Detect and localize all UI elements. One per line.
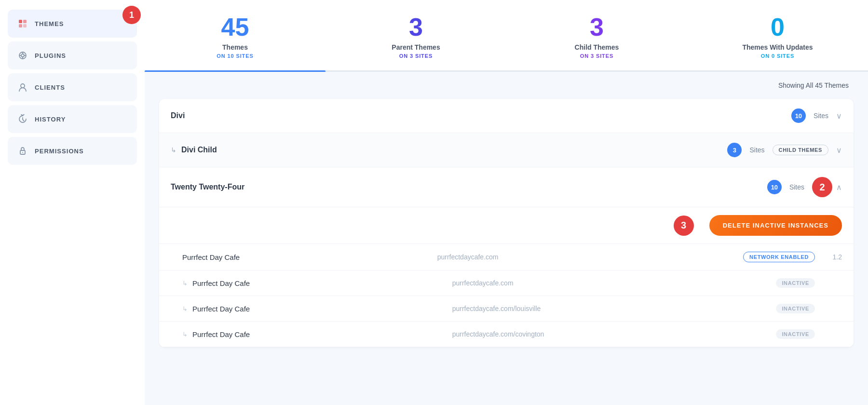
step-badge-2: 2 [812,177,832,197]
permissions-icon [17,146,28,156]
sidebar-item-permissions[interactable]: PERMISSIONS [8,137,137,165]
site-arrow-1: ↳ [182,280,188,287]
divi-child-site-count: 3 [727,143,742,157]
sidebar-item-themes-label: THEMES [35,20,64,27]
actions-row: 3 DELETE INACTIVE INSTANCES [159,207,854,244]
themes-badge: 1 [122,6,141,24]
inactive-badge-2: INACTIVE [776,304,815,313]
stat-themes-with-updates[interactable]: 0 Themes With Updates ON 0 SITES [687,0,868,70]
stat-child-themes[interactable]: 3 Child Themes ON 3 SITES [506,0,687,70]
sidebar-item-plugins-label: PLUGINS [35,52,66,59]
sidebar-item-clients[interactable]: CLIENTS [8,73,137,101]
delete-inactive-button[interactable]: DELETE INACTIVE INSTANCES [709,215,842,236]
site-row-2-indent: ↳ Purrfect Day Cafe [182,305,452,313]
divi-chevron-icon: ∨ [836,111,842,121]
stats-bar: 45 Themes ON 10 SITES 3 Parent Themes ON… [145,0,868,72]
stat-child-label: Child Themes [575,43,619,51]
divi-child-chevron-icon: ∨ [836,146,842,155]
sidebar-item-history-label: HISTORY [35,116,66,123]
svg-rect-1 [23,20,27,23]
site-url-1: purrfectdaycafe.com [452,279,776,287]
svg-point-5 [21,54,24,57]
child-themes-tag: CHILD THEMES [773,145,828,155]
ttf-site-count: 10 [767,180,782,194]
stat-all-sub: ON 10 SITES [217,53,253,59]
site-name-3: Purrfect Day Cafe [192,330,452,338]
site-url-2: purrfectdaycafe.com/louisville [452,305,776,312]
theme-row-twenty-twenty-four[interactable]: Twenty Twenty-Four 10 Sites 2 ∧ [159,167,854,207]
theme-name-divi: Divi [171,111,791,120]
stat-parent-sub: ON 3 SITES [399,53,433,59]
divi-child-site-info: 3 Sites [727,143,772,157]
ttf-sites-label: Sites [789,183,804,191]
site-name-1: Purrfect Day Cafe [192,279,452,287]
stat-updates-label: Themes With Updates [742,43,813,51]
site-row-2[interactable]: ↳ Purrfect Day Cafe purrfectdaycafe.com/… [159,296,854,322]
theme-row-divi-child[interactable]: ↳ Divi Child 3 Sites CHILD THEMES ∨ [159,133,854,167]
theme-list: Divi 10 Sites ∨ ↳ Divi Child 3 Sites CHI… [159,99,854,347]
showing-text: Showing All 45 Themes [159,81,854,89]
ttf-site-info: 10 Sites [767,180,812,194]
stat-parent-themes[interactable]: 3 Parent Themes ON 3 SITES [326,0,506,70]
svg-point-10 [21,84,25,88]
svg-rect-3 [23,24,27,27]
sidebar-item-permissions-label: PERMISSIONS [35,148,84,155]
theme-name-twenty-twenty-four: Twenty Twenty-Four [171,183,767,191]
content-area: Showing All 45 Themes Divi 10 Sites ∨ ↳ … [145,72,868,357]
site-row-1-indent: ↳ Purrfect Day Cafe [182,279,452,287]
site-url-3: purrfectdaycafe.com/covington [452,330,776,338]
inactive-badge-1: INACTIVE [776,278,815,288]
site-row-3-indent: ↳ Purrfect Day Cafe [182,330,452,338]
site-row-0[interactable]: Purrfect Day Cafe purrfectdaycafe.com NE… [159,244,854,270]
divi-child-indent: ↳ Divi Child [171,146,727,154]
inactive-badge-3: INACTIVE [776,329,815,339]
themes-icon [17,18,28,29]
stat-updates-sub: ON 0 SITES [761,53,794,59]
divi-child-sites-label: Sites [749,146,764,154]
divi-site-info: 10 Sites [791,108,836,123]
stat-child-sub: ON 3 SITES [580,53,613,59]
svg-rect-2 [19,24,22,27]
sidebar-item-themes[interactable]: THEMES 1 [8,10,137,38]
site-row-3[interactable]: ↳ Purrfect Day Cafe purrfectdaycafe.com/… [159,322,854,347]
sidebar-item-plugins[interactable]: PLUGINS [8,41,137,69]
theme-name-divi-child: Divi Child [181,146,727,154]
stat-child-number: 3 [590,14,604,40]
network-enabled-badge-0: NETWORK ENABLED [743,252,815,262]
plugins-icon [17,50,28,61]
site-name-0: Purrfect Day Cafe [182,253,437,261]
step-badge-3: 3 [674,216,694,236]
divi-sites-label: Sites [814,112,828,120]
stat-updates-number: 0 [771,14,785,40]
site-row-1[interactable]: ↳ Purrfect Day Cafe purrfectdaycafe.com … [159,270,854,296]
site-version-0: 1.2 [823,253,842,261]
stat-all-label: Themes [222,43,248,51]
site-arrow-2: ↳ [182,305,188,312]
stat-all-number: 45 [221,14,249,40]
site-arrow-3: ↳ [182,331,188,338]
sidebar: THEMES 1 PLUGINS CLIENTS [0,0,145,405]
site-name-2: Purrfect Day Cafe [192,305,452,313]
svg-rect-0 [19,20,22,23]
child-arrow-icon: ↳ [171,146,176,154]
main-content: 45 Themes ON 10 SITES 3 Parent Themes ON… [145,0,868,405]
sidebar-item-clients-label: CLIENTS [35,84,65,91]
stat-parent-label: Parent Themes [392,43,440,51]
ttf-chevron-icon: ∧ [836,183,842,192]
site-row-0-indent: Purrfect Day Cafe [182,253,437,261]
sidebar-item-history[interactable]: HISTORY [8,105,137,133]
svg-point-12 [22,152,23,153]
site-url-0: purrfectdaycafe.com [437,253,743,261]
clients-icon [17,82,28,93]
divi-site-count: 10 [791,108,806,123]
stat-parent-number: 3 [409,14,423,40]
stat-all-themes[interactable]: 45 Themes ON 10 SITES [145,0,326,70]
theme-row-divi[interactable]: Divi 10 Sites ∨ [159,99,854,133]
history-icon [17,114,28,124]
